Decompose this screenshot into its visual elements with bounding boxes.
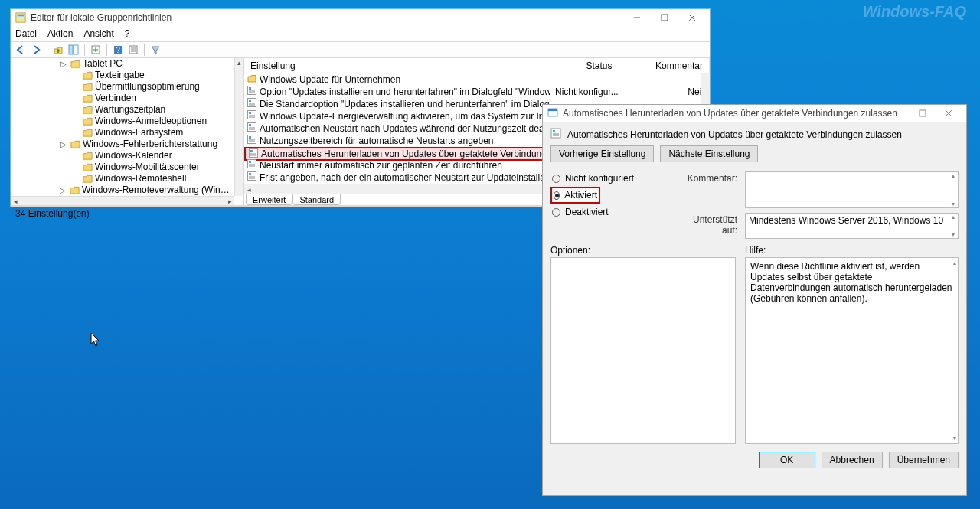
tree-item-label: Windows-Mobilitätscenter [95, 162, 200, 173]
policy-dialog: Automatisches Herunterladen von Updates … [542, 104, 967, 496]
previous-setting-button[interactable]: Vorherige Einstellung [550, 145, 654, 162]
folder-icon [247, 73, 256, 86]
separator [106, 44, 107, 56]
expand-icon[interactable]: ▷ [60, 60, 67, 67]
ok-button[interactable]: OK [759, 452, 815, 468]
menu-help[interactable]: ? [125, 28, 130, 39]
column-status[interactable]: Status [550, 58, 648, 73]
supported-field: Mindestens Windows Server 2016, Windows … [745, 213, 959, 239]
tree-item[interactable]: Texteingabe [11, 70, 234, 81]
tab-standard[interactable]: Standard [292, 194, 341, 205]
radio-disabled[interactable]: Deaktiviert [550, 205, 673, 219]
nav-forward-icon[interactable] [29, 43, 43, 57]
radio-icon [552, 208, 560, 217]
comment-field[interactable]: ▴▾ [745, 171, 959, 208]
dialog-maximize-button[interactable] [910, 106, 936, 121]
help-icon[interactable]: ? [111, 43, 125, 57]
tree-item[interactable]: Wartungszeitplan [11, 104, 234, 116]
mouse-cursor [90, 332, 101, 351]
radio-icon [554, 191, 560, 200]
nav-back-icon[interactable] [14, 43, 28, 57]
radio-enabled[interactable]: Aktiviert [550, 187, 600, 204]
tree-scrollbar-horizontal[interactable]: ◂▸ [11, 196, 234, 205]
list-row[interactable]: Option "Updates installieren und herunte… [244, 86, 710, 98]
apply-button[interactable]: Übernehmen [889, 452, 959, 468]
tree-item[interactable]: Windows-Farbsystem [11, 127, 234, 139]
tree-spacer [72, 164, 79, 171]
row-label: Windows Update-Energieverwaltung aktivie… [260, 110, 550, 122]
tree-item[interactable]: Übermittlungsoptimierung [11, 81, 234, 93]
svg-rect-3 [662, 15, 668, 21]
tree-item[interactable]: ▷Windows-Fehlerberichterstattung [11, 139, 234, 150]
tree-item[interactable]: ▷Windows-Remoteverwaltung (Windows Remot… [11, 184, 234, 196]
scroll-down-icon[interactable]: ▾ [953, 435, 956, 442]
help-label: Hilfe: [745, 245, 959, 256]
svg-rect-1 [18, 15, 24, 17]
tree-item[interactable]: Windows-Mobilitätscenter [11, 162, 234, 173]
svg-rect-20 [249, 100, 251, 102]
gpedit-icon [15, 12, 26, 23]
tree-spacer [72, 129, 79, 136]
dialog-icon [547, 107, 558, 120]
gpedit-titlebar[interactable]: Editor für lokale Gruppenrichtlinien [11, 9, 710, 26]
tree-spacer [72, 175, 79, 182]
scroll-up-icon[interactable]: ▴ [953, 259, 956, 266]
menu-action[interactable]: Aktion [47, 28, 73, 39]
dialog-titlebar[interactable]: Automatisches Herunterladen von Updates … [543, 105, 966, 122]
tree-item-label: Wartungszeitplan [95, 104, 165, 116]
tree-item[interactable]: Windows-Anmeldeoptionen [11, 116, 234, 127]
dialog-close-button[interactable] [936, 106, 962, 121]
list-tabs: Erweitert Standard [246, 193, 341, 205]
row-label: Nutzungszeitbereich für automatische Neu… [260, 135, 494, 147]
help-pane: Wenn diese Richtlinie aktiviert ist, wer… [745, 257, 959, 444]
menu-file[interactable]: Datei [15, 28, 37, 39]
svg-rect-7 [74, 45, 78, 54]
tab-extended[interactable]: Erweitert [246, 194, 292, 205]
svg-rect-49 [920, 110, 926, 116]
folder-icon [70, 58, 80, 70]
tree-item[interactable]: Windows-Remoteshell [11, 173, 234, 184]
dialog-heading-row: Automatisches Herunterladen von Updates … [543, 122, 966, 145]
folder-icon [83, 81, 93, 93]
tree-item-label: Texteingabe [95, 70, 145, 81]
tree-item[interactable]: Windows-Kalender [11, 150, 234, 162]
row-label: Automatisches Herunterladen von Updates … [261, 148, 550, 159]
folder-icon [83, 104, 93, 116]
svg-rect-28 [249, 124, 251, 126]
expand-icon[interactable]: ▷ [60, 187, 66, 194]
properties-icon[interactable] [126, 43, 140, 57]
policy-tree[interactable]: ▷Tablet PCTexteingabeÜbermittlungsoptimi… [11, 58, 244, 205]
next-setting-button[interactable]: Nächste Einstellung [660, 145, 758, 162]
folder-icon [70, 139, 80, 150]
setting-icon [249, 148, 258, 160]
svg-rect-6 [69, 45, 73, 54]
tree-spacer [72, 72, 79, 79]
svg-rect-36 [250, 150, 253, 152]
tree-scrollbar-vertical[interactable]: ▴ [234, 58, 243, 196]
options-pane [550, 257, 736, 444]
close-button[interactable] [679, 10, 705, 25]
list-row[interactable]: Windows Update für Unternehmen [244, 73, 710, 86]
radio-not-configured[interactable]: Nicht konfiguriert [550, 171, 673, 185]
column-comment[interactable]: Kommentar [648, 58, 710, 73]
tree-item-label: Windows-Kalender [95, 150, 172, 162]
tree-item[interactable]: Verbinden [11, 93, 234, 104]
minimize-button[interactable] [624, 10, 650, 25]
maximize-button[interactable] [652, 10, 678, 25]
menu-view[interactable]: Ansicht [83, 28, 113, 39]
cancel-button[interactable]: Abbrechen [822, 452, 883, 468]
filter-icon[interactable] [149, 43, 162, 57]
gpedit-title: Editor für lokale Gruppenrichtlinien [31, 12, 624, 23]
tree-item-label: Windows-Farbsystem [95, 127, 183, 139]
show-hide-tree-icon[interactable] [67, 43, 80, 57]
options-label: Optionen: [550, 245, 736, 256]
up-folder-icon[interactable] [51, 43, 65, 57]
tree-spacer [72, 83, 79, 90]
expand-icon[interactable]: ▷ [60, 141, 67, 148]
svg-rect-44 [249, 173, 251, 175]
row-label: Neustart immer automatisch zur geplanten… [260, 159, 502, 171]
setting-icon [247, 110, 256, 122]
tree-item[interactable]: ▷Tablet PC [11, 58, 234, 70]
export-list-icon[interactable] [89, 43, 103, 57]
column-name[interactable]: Einstellung [244, 58, 550, 73]
